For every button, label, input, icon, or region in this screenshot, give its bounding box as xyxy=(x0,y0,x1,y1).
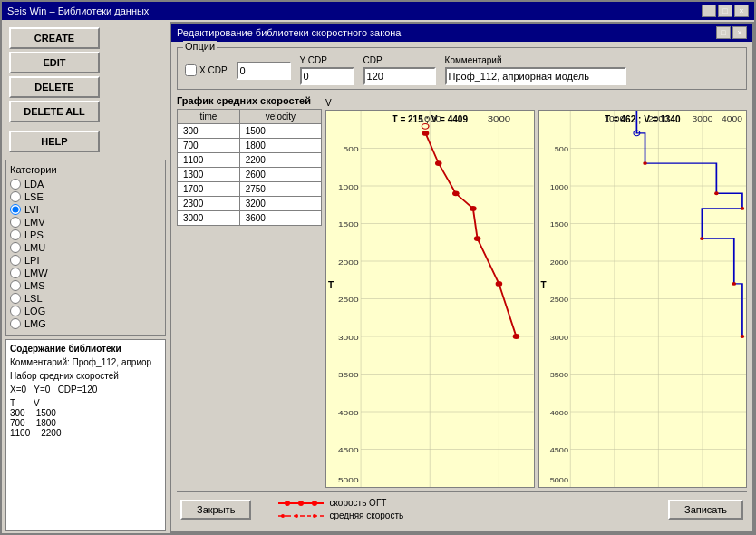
inner-title-buttons: □ × xyxy=(716,26,747,39)
avg-chart-container[interactable]: T = 215 ; V = 4409 T xyxy=(325,110,535,488)
library-row2: 7001800 xyxy=(10,418,161,428)
library-comment: Комментарий: Проф_112, априор xyxy=(10,357,161,367)
left-panel: CREATE EDIT DELETE DELETE ALL HELP Катег… xyxy=(2,20,170,535)
ycdp-input[interactable] xyxy=(300,67,354,85)
category-lmg[interactable]: LMG xyxy=(10,318,161,329)
table-row[interactable]: 3001500 xyxy=(178,124,322,139)
category-lda[interactable]: LDA xyxy=(10,179,161,190)
table-row[interactable]: 30003600 xyxy=(178,211,322,226)
svg-text:4000: 4000 xyxy=(549,409,568,417)
xcdp-input[interactable] xyxy=(237,62,291,80)
cdp-input[interactable] xyxy=(363,67,436,85)
outer-window: Seis Win – Библиотеки данных _ □ × CREAT… xyxy=(0,0,756,535)
outer-titlebar: Seis Win – Библиотеки данных _ □ × xyxy=(2,2,754,20)
svg-text:1000: 1000 xyxy=(549,183,568,191)
footer: Закрыть скорость ОГТ xyxy=(177,491,747,524)
svg-point-28 xyxy=(474,236,481,241)
category-lmw[interactable]: LMW xyxy=(10,268,161,278)
svg-text:3500: 3500 xyxy=(338,372,359,380)
table-row[interactable]: 7001800 xyxy=(178,139,322,153)
comment-field: Комментарий xyxy=(445,55,626,85)
outer-title-buttons: _ □ × xyxy=(702,5,749,17)
svg-text:2000: 2000 xyxy=(647,113,668,122)
options-group: Опции X CDP Y CDP CDP xyxy=(177,47,747,90)
category-lps[interactable]: LPS xyxy=(10,229,161,240)
col-velocity: velocity xyxy=(239,110,321,124)
delete-all-button[interactable]: DELETE ALL xyxy=(9,101,100,122)
create-button[interactable]: CREATE xyxy=(9,27,100,49)
inner-window: Редактирование библиотеки скоростного за… xyxy=(170,22,754,533)
category-lsl[interactable]: LSL xyxy=(10,293,161,304)
interval-chart-section: T = 462 ; V = 1340 T xyxy=(538,95,748,488)
table-row[interactable]: 17002750 xyxy=(178,182,322,197)
svg-text:2500: 2500 xyxy=(549,296,568,304)
cdp-field: CDP xyxy=(363,55,436,85)
svg-text:4500: 4500 xyxy=(338,447,359,455)
action-buttons: CREATE EDIT DELETE DELETE ALL HELP xyxy=(5,24,166,156)
close-outer-button[interactable]: × xyxy=(734,5,749,17)
outer-body: CREATE EDIT DELETE DELETE ALL HELP Катег… xyxy=(2,20,754,535)
category-lpi[interactable]: LPI xyxy=(10,255,161,266)
svg-point-27 xyxy=(470,206,477,211)
inner-titlebar: Редактирование библиотеки скоростного за… xyxy=(171,24,752,42)
svg-text:1000: 1000 xyxy=(419,114,442,122)
save-button[interactable]: Записать xyxy=(668,500,743,520)
cdp-label: CDP xyxy=(363,55,436,65)
svg-point-76 xyxy=(313,514,316,518)
svg-text:3000: 3000 xyxy=(338,334,359,342)
xcdp-checkbox-input[interactable] xyxy=(185,64,197,76)
legend-line-ogt xyxy=(278,500,324,507)
avg-chart-header: V xyxy=(325,95,535,110)
library-row1: 3001500 xyxy=(10,408,161,418)
svg-point-70 xyxy=(312,501,317,506)
category-lms[interactable]: LMS xyxy=(10,280,161,291)
edit-button[interactable]: EDIT xyxy=(9,52,100,73)
minimize-button[interactable]: _ xyxy=(702,5,716,17)
svg-point-65 xyxy=(732,282,736,286)
svg-point-69 xyxy=(298,501,304,506)
help-button[interactable]: HELP xyxy=(9,131,100,152)
svg-text:4000: 4000 xyxy=(722,113,742,122)
xcdp-label: X CDP xyxy=(199,65,228,75)
close-button[interactable]: Закрыть xyxy=(180,500,251,520)
library-coords: X=0 Y=0 CDP=120 xyxy=(10,384,161,394)
inner-close-button[interactable]: × xyxy=(732,26,747,39)
category-log[interactable]: LOG xyxy=(10,306,161,316)
maximize-button[interactable]: □ xyxy=(718,5,732,17)
legend-item-avg: средняя скорость xyxy=(278,511,403,520)
svg-text:4500: 4500 xyxy=(549,446,568,454)
inner-body: Опции X CDP Y CDP CDP xyxy=(171,42,752,530)
category-lmv[interactable]: LMV xyxy=(10,217,161,228)
category-lse[interactable]: LSE xyxy=(10,191,161,202)
comment-input[interactable] xyxy=(445,67,626,85)
table-row[interactable]: 11002200 xyxy=(178,153,322,168)
legend-line-avg xyxy=(278,512,324,520)
svg-point-61 xyxy=(643,161,647,165)
two-charts: V T = 215 ; V = 4409 T xyxy=(325,95,747,488)
table-row[interactable]: 13002600 xyxy=(178,168,322,182)
v-axis-label: V xyxy=(325,98,332,108)
interval-chart-header xyxy=(538,95,748,110)
library-tv-header: TV xyxy=(10,398,161,408)
svg-text:1000: 1000 xyxy=(338,183,359,191)
svg-text:2000: 2000 xyxy=(549,258,568,267)
table-row[interactable]: 23003200 xyxy=(178,197,322,211)
library-row3: 11002200 xyxy=(10,428,161,438)
interval-chart-svg: 1000 2000 3000 4000 500 1000 1500 2000 xyxy=(539,111,747,487)
interval-chart-container[interactable]: T = 462 ; V = 1340 T xyxy=(538,110,748,488)
col-time: time xyxy=(178,110,240,124)
ycdp-label: Y CDP xyxy=(300,55,354,65)
inner-maximize-button[interactable]: □ xyxy=(716,26,731,39)
legend-area: скорость ОГТ средняя скорост xyxy=(278,498,403,520)
legend-item-ogt: скорость ОГТ xyxy=(278,498,403,508)
svg-point-68 xyxy=(285,501,290,506)
category-lmu[interactable]: LMU xyxy=(10,242,161,253)
velocity-table: time velocity 30015007001800110022001300… xyxy=(177,109,322,226)
svg-text:1000: 1000 xyxy=(604,113,625,122)
category-lvi[interactable]: LVI xyxy=(10,204,161,215)
delete-button[interactable]: DELETE xyxy=(9,76,100,98)
svg-point-64 xyxy=(700,237,704,240)
svg-point-72 xyxy=(281,514,285,518)
svg-point-74 xyxy=(295,514,298,518)
xcdp-checkbox[interactable]: X CDP xyxy=(185,64,228,76)
